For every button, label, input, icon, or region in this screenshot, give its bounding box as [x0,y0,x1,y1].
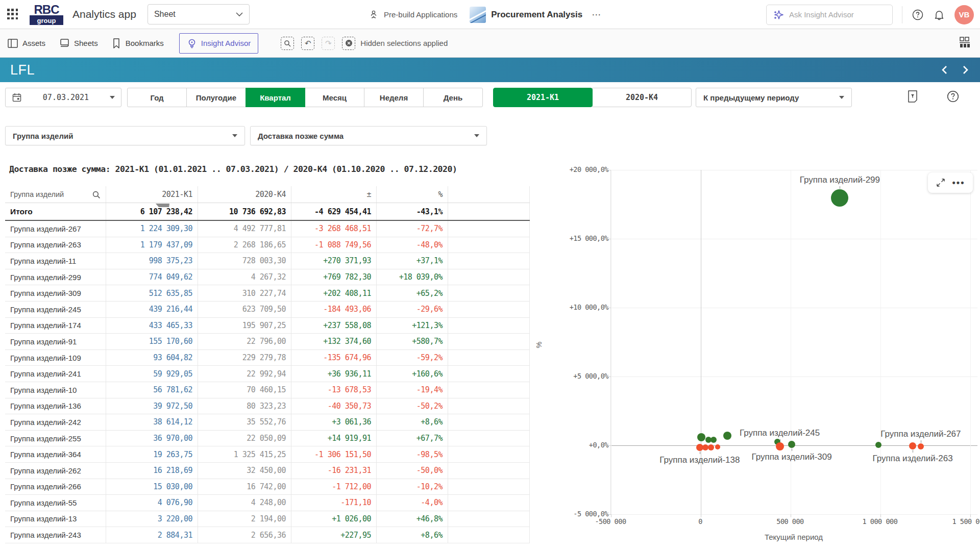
name[interactable]: Группа изделий-136 [5,398,106,414]
sheet-help-button[interactable] [946,90,960,103]
assets-panel-icon [7,38,18,49]
bookmarks-button[interactable]: Bookmarks [111,38,164,49]
cell-pct: +8,6% [377,527,448,543]
period-button-1[interactable]: Полугодие [186,88,246,107]
scatter-point[interactable] [875,442,881,448]
sheet-selector-dropdown[interactable]: Sheet [148,4,250,24]
expand-chart-icon[interactable] [936,178,945,187]
notifications-button[interactable] [933,9,945,21]
name[interactable]: Группа изделий-299 [5,269,106,285]
table-row: Группа изделий-2671 224 309,304 492 777,… [5,221,530,237]
app-more-menu[interactable]: ⋯ [592,9,602,20]
app-launcher-icon[interactable] [7,9,18,20]
name[interactable]: Группа изделий-266 [5,479,106,495]
name[interactable]: Группа изделий-245 [5,302,106,317]
column-header-pct[interactable]: % [377,186,448,203]
prebuild-applications-link[interactable]: Pre-build Applications [370,10,457,20]
scatter-point[interactable] [715,444,720,449]
help-button[interactable] [912,9,924,21]
assets-button[interactable]: Assets [7,38,45,49]
sheet-layout-button[interactable] [959,36,971,51]
y-tick-label: +20 000,0% [547,165,608,173]
comparison-button-1[interactable]: 2020-К4 [592,88,692,107]
insight-advisor-button[interactable]: Insight Advisor [179,33,259,54]
name[interactable]: Группа изделий-262 [5,463,106,479]
name[interactable]: Группа изделий-91 [5,334,106,349]
column-header-current[interactable]: 2021-К1 [106,186,198,203]
scatter-point[interactable] [831,189,848,207]
ask-insight-advisor-box[interactable] [766,5,893,25]
cell-current: 512 635,85 [106,285,198,301]
name[interactable]: Группа изделий-241 [5,366,106,382]
name[interactable]: Группа изделий-243 [5,527,106,543]
scatter-point[interactable] [697,433,705,441]
sheets-button[interactable]: Sheets [59,38,98,49]
chart-more-menu[interactable]: ••• [952,178,965,188]
y-gridline [611,239,977,239]
name[interactable]: Группа изделий-10 [5,382,106,398]
period-button-2[interactable]: Квартал [246,88,305,107]
name[interactable]: Группа изделий-263 [5,237,106,253]
cell-current: 19 263,75 [106,446,198,462]
scatter-point-label: Группа изделий-267 [880,429,961,439]
app-thumbnail[interactable] [470,7,486,23]
cell-pct: -50,0% [377,463,448,479]
name[interactable]: Группа изделий-11 [5,253,106,269]
name[interactable]: Группа изделий-242 [5,414,106,430]
chevron-down-icon [232,134,237,137]
previous-sheet-button[interactable] [940,65,948,75]
name[interactable]: Группа изделий-364 [5,446,106,462]
name[interactable]: Группа изделий-13 [5,511,106,527]
cell-delta: +237 558,08 [291,318,377,334]
measure-selector[interactable]: Доставка позже сумма [250,126,487,145]
dimension-selector[interactable]: Группа изделий [5,126,245,145]
name[interactable]: Группа изделий-174 [5,318,106,334]
scatter-point[interactable] [708,444,714,450]
period-button-3[interactable]: Месяц [305,88,364,107]
cell-delta: -3 268 468,51 [291,221,377,237]
name[interactable]: Группа изделий-309 [5,285,106,301]
name[interactable]: Группа изделий-55 [5,495,106,511]
name[interactable]: Группа изделий-109 [5,350,106,366]
bell-icon [933,9,945,21]
column-header-delta[interactable]: ± [291,186,377,203]
clear-selections-button[interactable] [342,37,355,50]
scatter-point[interactable] [710,437,717,443]
table-row: Группа изделий-36419 263,751 325 415,25-… [5,446,530,463]
selections-tool-button[interactable] [906,90,919,103]
cell-pct: -48,0% [377,237,448,253]
period-button-0[interactable]: Год [127,88,187,107]
user-avatar[interactable]: VB [954,5,974,24]
column-header-previous[interactable]: 2020-К4 [198,186,291,203]
period-button-5[interactable]: День [423,88,483,107]
lfl-scatter-panel: % Группа изделий-299Группа изделий-138Гр… [531,153,980,551]
name[interactable]: Группа изделий-255 [5,431,106,446]
help-icon [946,90,960,103]
scatter-point[interactable] [788,441,795,448]
ask-insight-advisor-input[interactable] [789,10,876,19]
sheet-title: LFL [10,62,35,78]
name[interactable]: Группа изделий-267 [5,221,106,237]
scatter-point[interactable] [909,442,916,449]
rbc-group-logo: RBC group [30,4,63,25]
comparison-mode-dropdown[interactable]: К предыдущему периоду [696,88,852,107]
cell-empty [448,431,530,446]
scatter-point[interactable] [776,442,784,450]
scatter-point[interactable] [918,443,924,449]
comparison-button-0[interactable]: 2021-К1 [493,88,593,107]
cell-delta: -1 088 749,56 [291,237,377,253]
column-header-group[interactable]: Группа изделий [5,186,106,203]
table-row: Группа изделий-24159 929,0522 992,94+36 … [5,366,530,382]
scatter-point[interactable] [723,432,731,440]
step-back-button[interactable]: ↶ [301,37,314,50]
cell-delta: -1 712,00 [291,479,377,495]
selections-search-button[interactable] [281,37,294,50]
period-button-4[interactable]: Неделя [364,88,424,107]
step-forward-button[interactable]: ↷ [322,37,335,50]
date-picker[interactable]: 07.03.2021 [5,88,121,107]
next-sheet-button[interactable] [962,65,970,75]
chart-hover-toolbar: ••• [928,172,973,193]
cell-pct: +46,8% [377,511,448,527]
column-search-icon[interactable] [92,190,101,199]
scatter-point-label: Группа изделий-138 [659,455,740,465]
